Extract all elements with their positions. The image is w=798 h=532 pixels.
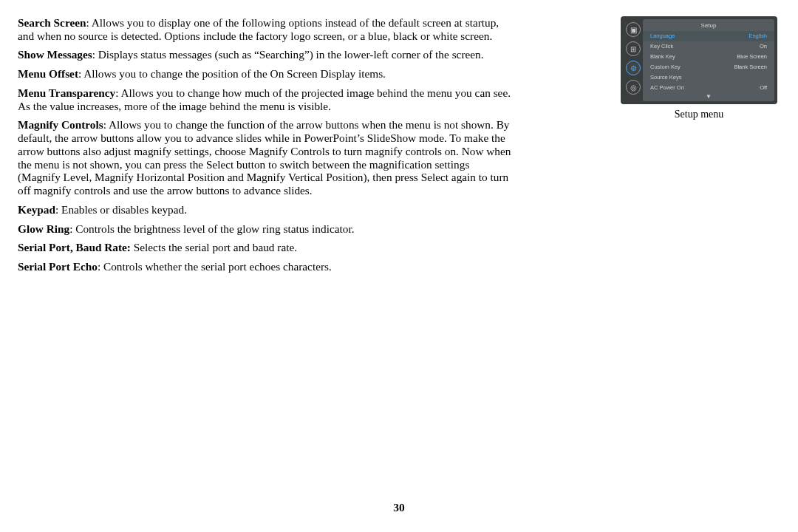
menu-item-blankkey: Blank KeyBlue Screen bbox=[643, 52, 774, 62]
menu-title: Setup bbox=[643, 22, 774, 29]
status-icon: ◎ bbox=[626, 80, 641, 95]
menu-item-language: LanguageEnglish bbox=[643, 31, 774, 41]
menu-item-sourcekeys: Source Keys bbox=[643, 72, 774, 83]
setup-menu-screenshot: ▣ ⊞ ⚙ ◎ Setup LanguageEnglish Key ClickO… bbox=[621, 16, 777, 104]
menu-item-keyclick: Key ClickOn bbox=[643, 41, 774, 52]
advanced-picture-icon: ⊞ bbox=[626, 41, 641, 56]
chevron-down-icon: ▼ bbox=[643, 93, 774, 100]
setup-icon: ⚙ bbox=[626, 61, 641, 75]
menu-item-customkey: Custom KeyBlank Screen bbox=[643, 62, 774, 72]
body-text: Search Screen: Allows you to display one… bbox=[18, 16, 511, 279]
menu-item-acpoweron: AC Power OnOff bbox=[643, 83, 774, 93]
picture-icon: ▣ bbox=[626, 22, 641, 37]
page-number: 30 bbox=[0, 501, 798, 514]
figure-caption: Setup menu bbox=[621, 109, 777, 120]
setup-menu-panel: Setup LanguageEnglish Key ClickOn Blank … bbox=[643, 19, 774, 101]
menu-icon-rail: ▣ ⊞ ⚙ ◎ bbox=[624, 19, 643, 101]
